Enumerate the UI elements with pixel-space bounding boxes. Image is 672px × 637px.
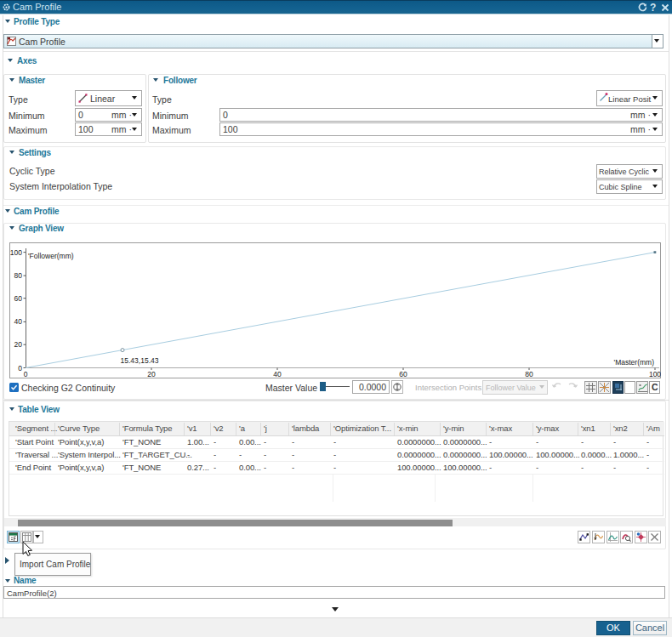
svg-text:'Master(mm): 'Master(mm)	[614, 358, 655, 367]
svg-text:0: 0	[18, 364, 22, 373]
svg-text:40: 40	[14, 317, 23, 326]
svg-text:80: 80	[525, 370, 533, 378]
svg-text:0: 0	[24, 370, 28, 378]
svg-text:20: 20	[14, 340, 23, 349]
svg-text:'Follower(mm): 'Follower(mm)	[28, 252, 74, 260]
svg-text:100: 100	[10, 248, 22, 257]
svg-text:40: 40	[273, 370, 282, 378]
svg-text:80: 80	[14, 271, 23, 280]
svg-text:60: 60	[399, 370, 407, 378]
svg-text:60: 60	[14, 294, 23, 303]
svg-text:100: 100	[649, 370, 661, 378]
svg-text:20: 20	[147, 370, 156, 378]
svg-text:15.43,15.43: 15.43,15.43	[121, 356, 159, 365]
